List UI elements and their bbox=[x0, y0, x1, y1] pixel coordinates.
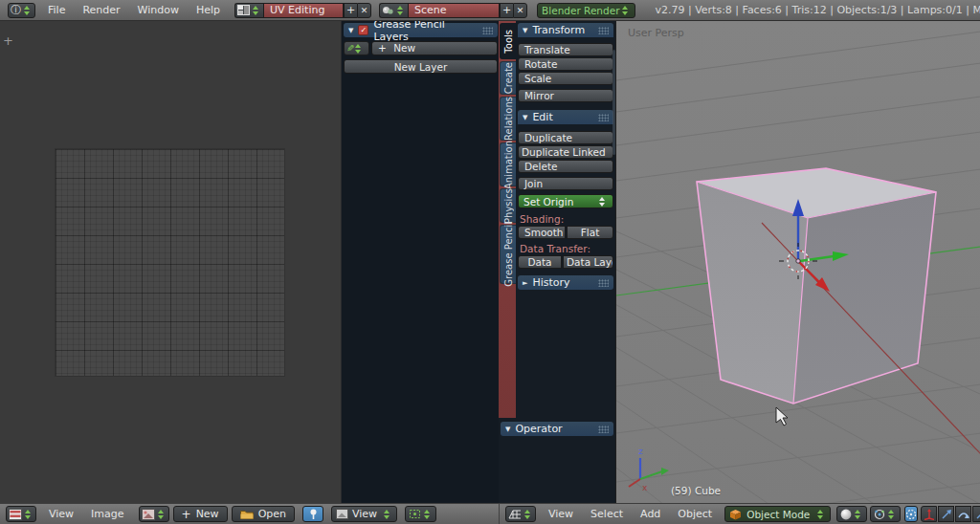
tab-relations[interactable]: Relations bbox=[500, 97, 516, 141]
folder-icon bbox=[240, 509, 254, 519]
uv-pivot-dropdown[interactable] bbox=[405, 506, 436, 522]
plus-icon: + bbox=[502, 4, 511, 16]
set-origin-dropdown[interactable]: Set Origin bbox=[518, 194, 613, 208]
viewport-3d[interactable]: z x User Persp (59) Cube bbox=[615, 21, 980, 503]
editor-type-selector-3d-view[interactable] bbox=[505, 506, 536, 522]
uv-properties-region: ▼ ✓ Grease Pencil Layers ✎ + New New Lay… bbox=[341, 21, 499, 503]
tab-physics[interactable]: Physics bbox=[500, 188, 516, 223]
menu-help[interactable]: Help bbox=[188, 4, 229, 16]
uv-menu-image[interactable]: Image bbox=[82, 508, 132, 520]
delete-button[interactable]: Delete bbox=[518, 160, 613, 173]
pivot-point-dropdown[interactable] bbox=[870, 506, 901, 522]
panel-drag-dots-icon[interactable] bbox=[598, 279, 609, 287]
scene-statistics: v2.79 | Verts:8 | Faces:6 | Tris:12 | Ob… bbox=[655, 4, 980, 16]
chevron-updown-icon bbox=[158, 510, 164, 519]
panel-title: Operator bbox=[515, 423, 593, 435]
tab-create[interactable]: Create bbox=[500, 61, 516, 95]
image-open-button[interactable]: Open bbox=[232, 506, 295, 522]
uv-menu-view[interactable]: View bbox=[40, 508, 82, 520]
mirror-button[interactable]: Mirror bbox=[518, 89, 613, 102]
v3d-menu-select[interactable]: Select bbox=[582, 508, 632, 520]
image-icon bbox=[142, 509, 155, 520]
rotate-button[interactable]: Rotate bbox=[518, 57, 613, 71]
duplicate-linked-button[interactable]: Duplicate Linked bbox=[518, 145, 613, 159]
uv-mode-dropdown[interactable]: View bbox=[331, 506, 397, 522]
image-new-button[interactable]: + New bbox=[173, 506, 228, 522]
panel-title: Edit bbox=[532, 111, 593, 123]
panel-drag-dots-icon[interactable] bbox=[598, 114, 609, 121]
data-layout-button[interactable]: Data Layo bbox=[563, 255, 613, 269]
tab-animation[interactable]: Animation bbox=[500, 142, 516, 186]
shade-smooth-button[interactable]: Smooth bbox=[518, 226, 566, 239]
duplicate-button[interactable]: Duplicate bbox=[518, 131, 613, 144]
image-browse-dropdown[interactable] bbox=[139, 506, 169, 522]
scene-icon bbox=[382, 5, 394, 15]
manipulator-translate-button[interactable] bbox=[921, 506, 937, 522]
add-scene-button[interactable]: + bbox=[500, 3, 513, 18]
translate-button[interactable]: Translate bbox=[518, 43, 613, 56]
view3d-editor-icon bbox=[508, 509, 522, 520]
tab-tools[interactable]: Tools bbox=[500, 23, 516, 59]
edit-panel-header[interactable]: ▼ Edit bbox=[518, 110, 613, 124]
toolshelf-open-plus-icon[interactable]: + bbox=[2, 34, 14, 47]
editor-type-selector-image[interactable] bbox=[6, 506, 36, 522]
v3d-menu-view[interactable]: View bbox=[540, 508, 582, 520]
set-origin-label: Set Origin bbox=[523, 196, 596, 207]
transform-panel-header[interactable]: ▼ Transform bbox=[518, 23, 613, 37]
panel-title: History bbox=[532, 276, 593, 289]
data-button[interactable]: Data bbox=[518, 255, 562, 269]
add-layout-button[interactable]: + bbox=[344, 3, 357, 18]
data-transfer-label: Data Transfer: bbox=[520, 243, 590, 254]
chevron-updown-icon bbox=[599, 197, 605, 207]
gp-new-layer-button[interactable]: New Layer bbox=[344, 59, 498, 74]
grease-pencil-panel-header[interactable]: ▼ ✓ Grease Pencil Layers bbox=[344, 23, 498, 37]
scene-browse-button[interactable] bbox=[379, 3, 408, 18]
shading-label: Shading: bbox=[520, 213, 564, 225]
manipulator-scale-button[interactable] bbox=[972, 506, 980, 522]
manipulator-rotate-trackball-button[interactable] bbox=[955, 506, 971, 522]
manipulator-rotate-button[interactable] bbox=[938, 506, 954, 522]
menu-file[interactable]: File bbox=[39, 4, 74, 16]
panel-drag-dots-icon[interactable] bbox=[598, 27, 609, 34]
tab-grease-pencil[interactable]: Grease Pencil bbox=[500, 225, 516, 284]
chevron-updown-icon bbox=[524, 510, 530, 519]
v3d-menu-object[interactable]: Object bbox=[669, 508, 721, 520]
chevron-updown-icon bbox=[817, 510, 823, 519]
grease-pencil-source-dropdown[interactable]: ✎ bbox=[344, 41, 369, 55]
panel-drag-dots-icon[interactable] bbox=[482, 27, 493, 34]
expand-triangle-icon: ▼ bbox=[523, 114, 527, 121]
pin-icon bbox=[309, 509, 318, 519]
delete-scene-button[interactable]: ✕ bbox=[513, 3, 527, 18]
uv-editor-canvas[interactable]: + bbox=[0, 21, 341, 503]
editor-type-selector-info[interactable]: ⓘ bbox=[8, 3, 35, 18]
delete-layout-button[interactable]: ✕ bbox=[357, 3, 371, 18]
join-button[interactable]: Join bbox=[518, 177, 613, 190]
menu-render[interactable]: Render bbox=[74, 4, 128, 16]
shade-flat-button[interactable]: Flat bbox=[567, 226, 613, 239]
viewport-shading-dropdown[interactable] bbox=[836, 506, 867, 522]
v3d-menu-add[interactable]: Add bbox=[632, 508, 669, 520]
image-pin-toggle[interactable] bbox=[302, 506, 323, 522]
panel-drag-dots-icon[interactable] bbox=[598, 426, 609, 433]
viewport-3d-header: View Select Add Object Object Mode bbox=[499, 503, 980, 524]
interaction-mode-dropdown[interactable]: Object Mode bbox=[724, 506, 831, 522]
grease-pencil-checkbox[interactable]: ✓ bbox=[358, 25, 368, 35]
pencil-icon: ✎ bbox=[346, 43, 354, 54]
screen-layout-browse-button[interactable] bbox=[234, 3, 263, 18]
panel-title: Transform bbox=[532, 24, 593, 36]
manipulator-toggle[interactable] bbox=[904, 506, 918, 522]
view-name-label: User Persp bbox=[628, 27, 684, 39]
scale-button[interactable]: Scale bbox=[518, 72, 613, 85]
operator-panel-header[interactable]: ▼ Operator bbox=[501, 422, 613, 436]
chevron-updown-icon bbox=[855, 510, 860, 519]
scene-name-field[interactable]: Scene bbox=[408, 3, 500, 18]
image-icon bbox=[336, 509, 348, 519]
render-engine-dropdown[interactable]: Blender Render bbox=[537, 3, 635, 18]
plus-icon: + bbox=[378, 42, 387, 54]
gp-new-label: New bbox=[393, 42, 415, 54]
layout-grid-icon bbox=[237, 5, 250, 15]
history-panel-header[interactable]: ► History bbox=[518, 275, 613, 290]
gp-new-button[interactable]: + New bbox=[371, 41, 498, 55]
screen-layout-name-field[interactable]: UV Editing bbox=[263, 3, 344, 18]
menu-window[interactable]: Window bbox=[129, 4, 188, 16]
